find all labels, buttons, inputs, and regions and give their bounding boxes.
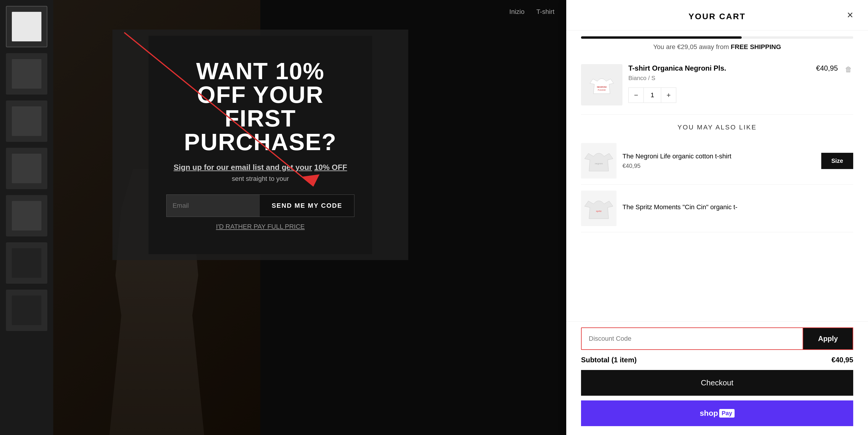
subtotal-label: Subtotal (1 item) [581, 356, 637, 364]
item-variant: Bianco / S [628, 75, 810, 81]
quantity-increase-button[interactable]: + [661, 88, 676, 103]
discount-code-row: Apply [581, 328, 853, 350]
product-thumbnails-sidebar [0, 0, 53, 435]
thumbnail-3[interactable] [6, 100, 47, 142]
popup-subtitle: Sign up for our email list and get your … [166, 163, 354, 172]
upsell-name-2: The Spritz Moments "Cin Cin" organic t- [622, 203, 853, 211]
nav-item-tshirt[interactable]: T-shirt [536, 8, 554, 16]
upsell-name-1: The Negroni Life organic cotton t-shirt [622, 153, 815, 160]
cart-title: YOUR CART [688, 12, 746, 21]
shipping-progress-section: You are €29,05 away from FREE SHIPPING [566, 30, 868, 55]
svg-text:spritz: spritz [596, 210, 601, 212]
thumbnail-7[interactable] [6, 290, 47, 331]
svg-text:PLEASE: PLEASE [598, 89, 606, 91]
item-name: T-shirt Organica Negroni Pls. [628, 64, 810, 72]
upsell-item-1: negroni The Negroni Life organic cotton … [581, 137, 853, 185]
cart-item: NEGRONI PLEASE T-shirt Organica Negroni … [581, 55, 853, 115]
cart-items-list: NEGRONI PLEASE T-shirt Organica Negroni … [566, 55, 868, 321]
shoppay-logo: shopPay [700, 409, 735, 418]
cart-close-button[interactable]: × [847, 10, 853, 21]
subtotal-row: Subtotal (1 item) €40,95 [581, 356, 853, 364]
progress-bar-track [581, 36, 853, 39]
checkout-button[interactable]: Checkout [581, 370, 853, 396]
email-input-row: SEND ME MY CODE [166, 195, 354, 217]
upsell-details-1: The Negroni Life organic cotton t-shirt … [622, 153, 815, 169]
progress-bar-fill [581, 36, 742, 39]
thumbnail-4[interactable] [6, 148, 47, 189]
progress-text: You are €29,05 away from FREE SHIPPING [581, 43, 853, 51]
upsell-size-button-1[interactable]: Size [821, 153, 853, 169]
thumbnail-5[interactable] [6, 195, 47, 236]
send-code-button[interactable]: SEND ME MY CODE [260, 195, 354, 216]
quantity-decrease-button[interactable]: − [629, 88, 644, 103]
upsell-item-2: spritz The Spritz Moments "Cin Cin" orga… [581, 185, 853, 232]
top-nav: Inizio T-shirt [106, 0, 566, 24]
svg-text:negroni: negroni [595, 162, 603, 165]
thumbnail-2[interactable] [6, 53, 47, 95]
quantity-display: 1 [644, 88, 661, 103]
email-input[interactable] [166, 195, 260, 216]
upsell-details-2: The Spritz Moments "Cin Cin" organic t- [622, 203, 853, 213]
shoppay-button[interactable]: shopPay [581, 400, 853, 426]
svg-text:NEGRONI: NEGRONI [597, 86, 607, 88]
popup-desc: sent straight to your [166, 175, 354, 182]
apply-discount-button[interactable]: Apply [803, 328, 853, 350]
upsell-image-2: spritz [581, 191, 617, 226]
nav-item-inizio[interactable]: Inizio [509, 8, 525, 16]
upsell-section-title: YOU MAY ALSO LIKE [581, 115, 853, 137]
subtotal-amount: €40,95 [832, 356, 853, 364]
upsell-image-1: negroni [581, 143, 617, 178]
nav-items: Inizio T-shirt [509, 8, 554, 16]
item-price: €40,95 [816, 64, 838, 72]
cart-panel: YOUR CART × You are €29,05 away from FRE… [566, 0, 868, 435]
email-popup-overlay: WANT 10% OFF YOUR FIRST PURCHASE? Sign u… [113, 30, 408, 260]
email-popup: WANT 10% OFF YOUR FIRST PURCHASE? Sign u… [149, 36, 372, 254]
quantity-control: − 1 + [628, 88, 676, 103]
cart-footer: Apply Subtotal (1 item) €40,95 Checkout … [566, 321, 868, 435]
item-details: T-shirt Organica Negroni Pls. Bianco / S… [628, 64, 810, 103]
decline-link[interactable]: I'D RATHER PAY FULL PRICE [166, 223, 354, 231]
popup-title: WANT 10% OFF YOUR FIRST PURCHASE? [166, 59, 354, 154]
item-image: NEGRONI PLEASE [581, 64, 622, 105]
thumbnail-6[interactable] [6, 242, 47, 284]
discount-code-input[interactable] [582, 328, 803, 349]
thumbnail-1[interactable] [6, 6, 47, 47]
item-delete-button[interactable]: 🗑 [844, 64, 853, 75]
upsell-price-1: €40,95 [622, 163, 815, 169]
cart-header: YOUR CART × [566, 0, 868, 30]
